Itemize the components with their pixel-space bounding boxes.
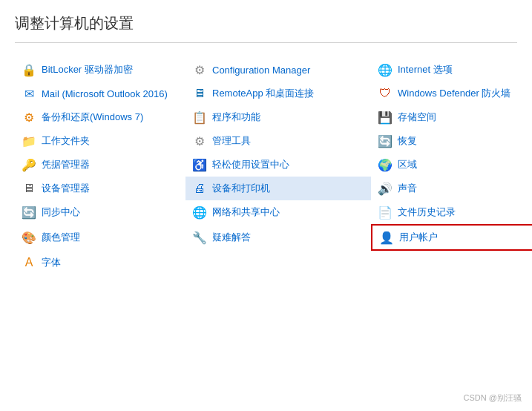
- font-label: 字体: [42, 256, 61, 269]
- color-label: 颜色管理: [42, 231, 80, 244]
- item-storage[interactable]: 💾存储空间: [371, 105, 532, 129]
- network-label: 网络和共享中心: [212, 206, 280, 219]
- storage-label: 存储空间: [398, 111, 436, 124]
- item-credential[interactable]: 🔑凭据管理器: [15, 153, 185, 177]
- user-icon: 👤: [378, 229, 395, 246]
- credential-icon: 🔑: [21, 157, 37, 173]
- device-icon: 🖥: [21, 180, 37, 197]
- item-device[interactable]: 🖥设备管理器: [15, 177, 185, 200]
- items-container: 🔒BitLocker 驱动器加密⚙Configuration Manager🌐I…: [0, 58, 532, 274]
- backup-icon: ⚙: [21, 109, 37, 125]
- sync-label: 同步中心: [42, 206, 80, 219]
- region-icon: 🌍: [377, 157, 393, 173]
- item-easyaccess[interactable]: ♿轻松使用设置中心: [185, 153, 371, 177]
- devices-label: 设备和打印机: [212, 182, 270, 195]
- remoteapp-label: RemoteApp 和桌面连接: [212, 87, 314, 100]
- filehist-icon: 📄: [377, 204, 393, 220]
- item-sync[interactable]: 🔄同步中心: [15, 200, 185, 224]
- easyaccess-icon: ♿: [191, 157, 208, 173]
- remoteapp-icon: 🖥: [191, 85, 208, 102]
- item-bitlocker[interactable]: 🔒BitLocker 驱动器加密: [15, 58, 185, 82]
- network-icon: 🌐: [191, 204, 208, 220]
- programs-icon: 📋: [191, 109, 208, 125]
- item-user[interactable]: 👤用户帐户: [371, 224, 532, 251]
- item-backup[interactable]: ⚙备份和还原(Windows 7): [15, 105, 185, 129]
- filehist-label: 文件历史记录: [398, 206, 456, 219]
- item-workfolder[interactable]: 📁工作文件夹: [15, 129, 185, 153]
- config-label: Configuration Manager: [212, 65, 310, 76]
- item-font[interactable]: A字体: [15, 251, 185, 274]
- trouble-icon: 🔧: [191, 229, 208, 246]
- mail-icon: ✉: [21, 85, 37, 102]
- workfolder-label: 工作文件夹: [42, 134, 90, 148]
- item-trouble[interactable]: 🔧疑难解答: [185, 224, 371, 251]
- bitlocker-icon: 🔒: [21, 62, 37, 78]
- devices-icon: 🖨: [191, 180, 208, 197]
- item-mail[interactable]: ✉Mail (Microsoft Outlook 2016): [15, 82, 185, 105]
- programs-label: 程序和功能: [212, 111, 260, 124]
- item-programs[interactable]: 📋程序和功能: [185, 105, 371, 129]
- user-label: 用户帐户: [399, 231, 438, 244]
- item-manage[interactable]: ⚙管理工具: [185, 129, 371, 153]
- item-network[interactable]: 🌐网络和共享中心: [185, 200, 371, 224]
- empty-cell: [185, 251, 371, 274]
- config-icon: ⚙: [191, 62, 208, 78]
- sync-icon: 🔄: [21, 204, 37, 220]
- item-restore[interactable]: 🔄恢复: [371, 129, 532, 153]
- workfolder-icon: 📁: [21, 133, 37, 149]
- divider: [15, 42, 517, 43]
- color-icon: 🎨: [21, 229, 37, 246]
- item-filehist[interactable]: 📄文件历史记录: [371, 200, 532, 224]
- watermark: CSDN @别汪骚: [464, 392, 522, 404]
- restore-icon: 🔄: [377, 133, 393, 149]
- defender-label: Windows Defender 防火墙: [398, 87, 510, 100]
- item-sound[interactable]: 🔊声音: [371, 177, 532, 200]
- trouble-label: 疑难解答: [212, 231, 251, 244]
- item-internet[interactable]: 🌐Internet 选项: [371, 58, 532, 82]
- storage-icon: 💾: [377, 109, 393, 125]
- bitlocker-label: BitLocker 驱动器加密: [42, 63, 133, 76]
- item-devices[interactable]: 🖨设备和打印机: [185, 177, 371, 200]
- item-defender[interactable]: 🛡Windows Defender 防火墙: [371, 82, 532, 105]
- backup-label: 备份和还原(Windows 7): [42, 111, 143, 124]
- item-remoteapp[interactable]: 🖥RemoteApp 和桌面连接: [185, 82, 371, 105]
- defender-icon: 🛡: [377, 85, 393, 102]
- page-title: 调整计算机的设置: [0, 0, 532, 42]
- device-label: 设备管理器: [42, 182, 90, 195]
- restore-label: 恢复: [398, 134, 417, 148]
- manage-icon: ⚙: [191, 133, 208, 149]
- sound-icon: 🔊: [377, 180, 393, 197]
- item-config[interactable]: ⚙Configuration Manager: [185, 58, 371, 82]
- region-label: 区域: [398, 158, 417, 171]
- item-region[interactable]: 🌍区域: [371, 153, 532, 177]
- empty-cell: [371, 251, 532, 274]
- manage-label: 管理工具: [212, 134, 251, 148]
- sound-label: 声音: [398, 182, 417, 195]
- mail-label: Mail (Microsoft Outlook 2016): [42, 88, 168, 99]
- internet-icon: 🌐: [377, 62, 393, 78]
- font-icon: A: [21, 254, 37, 271]
- credential-label: 凭据管理器: [42, 158, 90, 171]
- item-color[interactable]: 🎨颜色管理: [15, 224, 185, 251]
- easyaccess-label: 轻松使用设置中心: [212, 158, 289, 171]
- internet-label: Internet 选项: [398, 63, 453, 76]
